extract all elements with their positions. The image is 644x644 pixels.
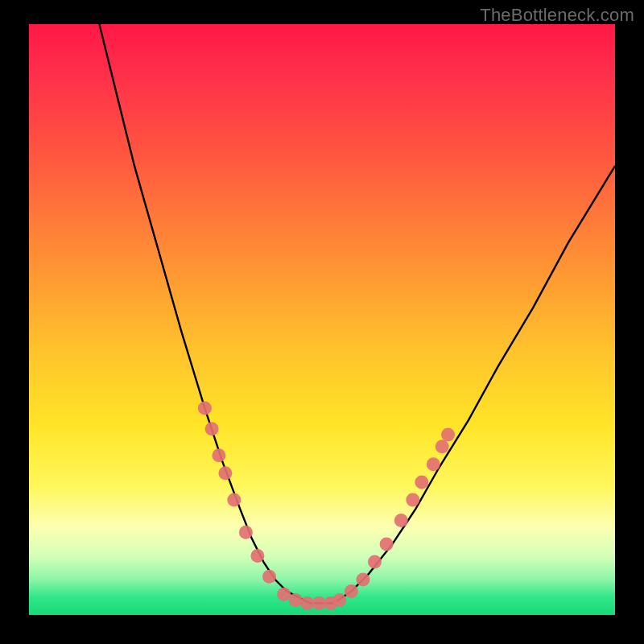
marker-dot (406, 493, 419, 506)
marker-dot (368, 555, 382, 568)
chart-svg (29, 24, 615, 615)
marker-dot (262, 570, 276, 584)
marker-dot (441, 428, 455, 442)
marker-dot (357, 573, 370, 587)
marker-dot (345, 584, 358, 598)
marker-dot (227, 493, 241, 506)
marker-dot (415, 475, 428, 489)
marker-dot (312, 597, 326, 610)
watermark-text: TheBottleneck.com (480, 5, 634, 26)
marker-dot (239, 526, 253, 539)
marker-dot (427, 457, 440, 471)
marker-dot (300, 597, 314, 610)
marker-dot (332, 593, 346, 607)
marker-dot (394, 514, 408, 527)
marker-dot (212, 448, 225, 462)
marker-dot (277, 588, 291, 601)
marker-dot (289, 593, 303, 607)
marker-dot (380, 537, 394, 551)
plot-area (29, 24, 615, 615)
marker-dot (250, 549, 264, 563)
bottleneck-curve (99, 24, 615, 603)
marker-dot (436, 440, 449, 453)
chart-frame: TheBottleneck.com (0, 0, 644, 644)
curve-markers (198, 402, 455, 610)
marker-dot (198, 402, 212, 415)
marker-dot (218, 466, 232, 480)
marker-dot (205, 422, 219, 436)
